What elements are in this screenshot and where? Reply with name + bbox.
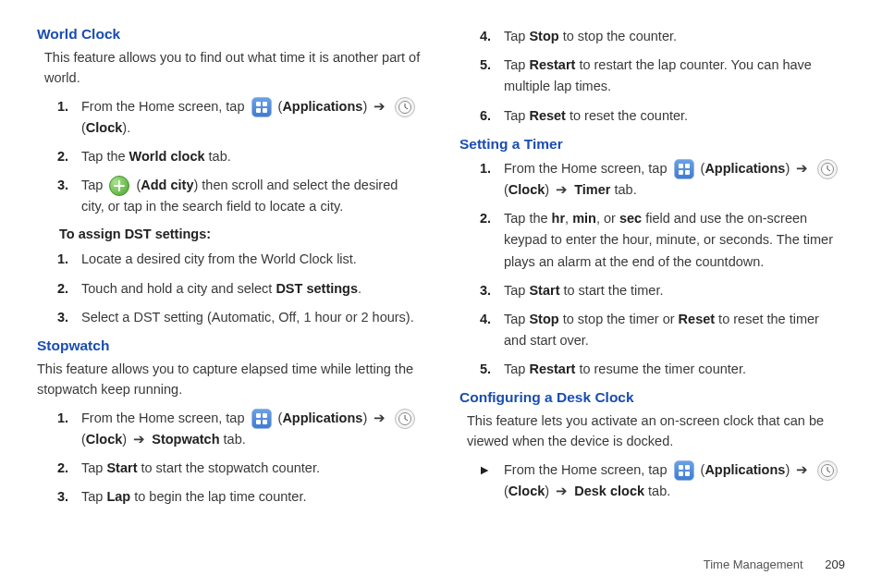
svg-rect-2 (256, 108, 261, 113)
bold-text: Restart (529, 57, 575, 72)
svg-rect-15 (685, 164, 690, 168)
step-text: From the Home screen, tap (504, 462, 671, 477)
world-clock-intro: This feature allows you to find out what… (44, 48, 423, 89)
svg-rect-22 (685, 465, 690, 470)
svg-rect-9 (256, 420, 261, 424)
applications-icon (251, 97, 272, 117)
step-text: From the Home screen, tap (81, 99, 249, 114)
bold-text: Start (529, 283, 559, 298)
list-item: 1. From the Home screen, tap (Applicatio… (459, 158, 845, 201)
arrow-icon: ➔ (374, 408, 386, 429)
list-item: 5. Tap Restart to restart the lap counte… (459, 55, 845, 97)
right-column: 4. Tap Stop to stop the counter. 5. Tap … (459, 26, 845, 517)
svg-rect-0 (256, 102, 261, 106)
bold-clock: Clock (508, 484, 545, 498)
list-item: 4. Tap Stop to stop the timer or Reset t… (459, 309, 845, 351)
bold-applications: Applications (282, 410, 362, 425)
arrow-icon: ➔ (556, 481, 568, 502)
step-text: From the Home screen, tap (504, 161, 671, 176)
step-number: 1. (459, 158, 504, 179)
step-number: 1. (37, 96, 81, 117)
bold-text: sec (619, 211, 642, 226)
clock-icon (395, 97, 415, 117)
bold-text: hr (552, 211, 566, 226)
step-text: Tap the (504, 211, 552, 226)
step-number: 5. (459, 359, 504, 380)
svg-rect-10 (263, 420, 267, 424)
arrow-icon: ➔ (133, 429, 145, 450)
step-text: Locate a desired city from the World Clo… (81, 249, 423, 270)
bold-applications: Applications (704, 161, 785, 176)
step-text: Tap (81, 489, 106, 504)
bold-text: Restart (529, 361, 575, 376)
step-text: tab. (220, 432, 246, 447)
step-text: Tap (504, 312, 529, 326)
applications-icon (251, 409, 272, 429)
bold-text: Start (106, 460, 137, 475)
svg-rect-17 (685, 170, 690, 175)
bold-tab: Desk clock (574, 484, 644, 498)
list-item: 2. Tap the World clock tab. (37, 146, 423, 167)
list-item: 3. Tap Start to start the timer. (459, 280, 845, 301)
page-footer: Time Management 209 (704, 557, 845, 571)
page-number: 209 (825, 557, 845, 571)
step-text: to stop the timer or (559, 312, 679, 326)
bold-text: min (572, 211, 596, 226)
step-text: ). (122, 120, 130, 135)
step-text: ) (362, 99, 371, 114)
list-item: 4. Tap Stop to stop the counter. (459, 26, 845, 47)
step-text: ) (785, 462, 793, 477)
list-item: 2. Touch and hold a city and select DST … (37, 278, 423, 300)
bold-clock: Clock (86, 120, 123, 135)
applications-icon (674, 460, 694, 481)
bold-text: Reset (529, 108, 566, 123)
step-text: Touch and hold a city and select (81, 281, 276, 296)
step-number: 4. (459, 309, 504, 330)
stopwatch-steps-continued: 4. Tap Stop to stop the counter. 5. Tap … (459, 26, 845, 127)
step-text: Tap (504, 283, 529, 298)
step-number: 2. (37, 278, 81, 300)
step-text: to start the timer. (559, 283, 663, 298)
bold-clock: Clock (508, 182, 545, 197)
heading-timer: Setting a Timer (459, 136, 845, 153)
applications-icon (674, 159, 694, 179)
bold-text: Add city (141, 178, 193, 192)
step-text: Tap (504, 108, 529, 123)
bold-text: Reset (679, 312, 716, 326)
step-number: 3. (459, 280, 504, 301)
list-item: 3. Select a DST setting (Automatic, Off,… (37, 307, 423, 328)
step-text: ) (545, 484, 553, 498)
svg-rect-16 (679, 170, 683, 175)
bullet-marker: ► (459, 459, 504, 480)
desk-clock-intro: This feature lets you activate an on-scr… (467, 411, 845, 452)
step-text: ) (362, 410, 371, 425)
bold-text: Lap (106, 489, 130, 504)
step-number: 4. (459, 26, 504, 47)
stopwatch-steps: 1. From the Home screen, tap (Applicatio… (37, 408, 423, 508)
svg-rect-1 (263, 102, 267, 106)
world-clock-steps: 1. From the Home screen, tap (Applicatio… (37, 96, 423, 218)
list-item: 1. Locate a desired city from the World … (37, 249, 423, 270)
list-item: 5. Tap Restart to resume the timer count… (459, 359, 845, 380)
step-number: 5. (459, 55, 504, 76)
svg-rect-21 (679, 465, 683, 470)
stopwatch-intro: This feature allows you to capture elaps… (37, 360, 423, 400)
step-number: 1. (37, 249, 81, 270)
arrow-icon: ➔ (796, 459, 808, 481)
step-text: Tap (504, 361, 529, 376)
step-text: to stop the counter. (559, 29, 677, 43)
timer-steps: 1. From the Home screen, tap (Applicatio… (459, 158, 845, 381)
svg-rect-23 (679, 472, 683, 476)
svg-rect-3 (263, 108, 267, 113)
list-item: 3. Tap Lap to begin the lap time counter… (37, 486, 423, 508)
arrow-icon: ➔ (374, 96, 386, 117)
bold-text: DST settings (276, 281, 358, 296)
list-item: 3. Tap (Add city) then scroll and select… (37, 175, 423, 217)
step-text: to start the stopwatch counter. (137, 460, 319, 475)
step-number: 6. (459, 105, 504, 127)
step-text: ) (545, 182, 553, 197)
step-number: 1. (37, 408, 81, 429)
bold-text: Stop (529, 312, 558, 326)
arrow-icon: ➔ (796, 158, 808, 179)
step-text: Tap (81, 460, 106, 475)
